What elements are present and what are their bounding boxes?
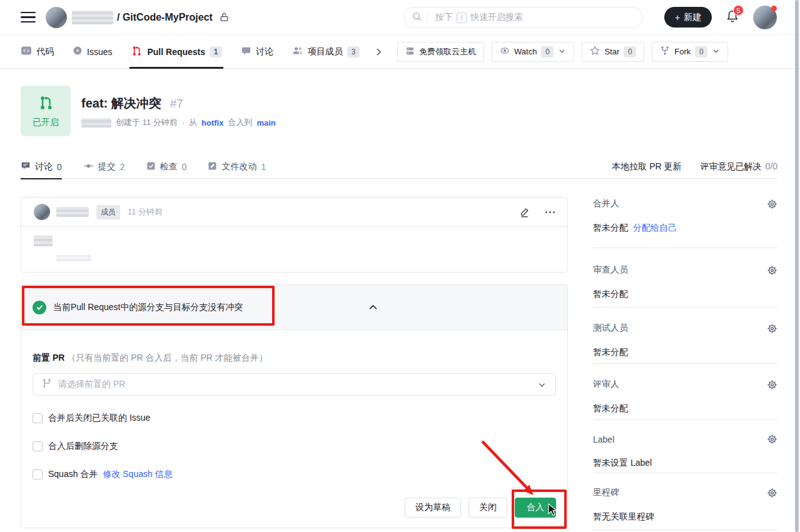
fork-chevron-icon xyxy=(712,47,720,57)
issues-icon xyxy=(73,46,83,58)
star-count: 0 xyxy=(624,46,636,58)
vertical-scrollbar[interactable] xyxy=(795,0,799,532)
comment-body xyxy=(21,227,567,270)
tab-members[interactable]: 项目成员 3 xyxy=(292,35,360,69)
file-edit-icon xyxy=(208,161,217,173)
merger-settings-gear-icon[interactable] xyxy=(767,199,777,209)
tab-pull-requests[interactable]: Pull Requests 1 xyxy=(131,35,222,69)
pr-tab-checks[interactable]: 检查 0 xyxy=(146,155,187,179)
pr-number: #7 xyxy=(170,97,183,111)
gitcode-pr-page: / GitCode-MyProject 按下 / 快速开启搜索 + 新建 xyxy=(0,0,800,532)
prereq-pr-select[interactable]: 请选择前置的 PR xyxy=(33,373,556,396)
top-header: / GitCode-MyProject 按下 / 快速开启搜索 + 新建 xyxy=(0,0,800,35)
search-divider xyxy=(427,12,428,23)
more-actions-button[interactable] xyxy=(545,211,555,213)
breadcrumb[interactable]: / GitCode-MyProject xyxy=(117,12,213,23)
pr-author-blurred xyxy=(81,118,111,128)
tab-discussion[interactable]: 讨论 xyxy=(241,35,273,69)
search-input[interactable]: 按下 / 快速开启搜索 xyxy=(403,7,643,28)
delete-branch-option: 合入后删除源分支 xyxy=(33,441,556,452)
member-role-badge: 成员 xyxy=(96,205,120,219)
hamburger-menu-icon[interactable] xyxy=(21,12,36,23)
pr-tab-bar: 讨论 0 提交 2 检查 0 文件改动 1 本地拉取 PR 更新 xyxy=(21,155,777,179)
owner-name-blurred xyxy=(72,11,113,24)
sidebar-section-milestone: 里程碑 暂无关联里程碑 xyxy=(593,473,777,530)
active-tab-underline xyxy=(129,67,223,69)
bell-icon xyxy=(726,14,739,25)
star-icon xyxy=(590,46,600,58)
assign-to-me-link[interactable]: 分配给自己 xyxy=(633,223,677,234)
set-draft-button[interactable]: 设为草稿 xyxy=(405,498,461,518)
close-issue-option: 合并后关闭已关联的 Issue xyxy=(33,413,556,424)
comment-time: 11 分钟前 xyxy=(128,206,163,218)
members-count-badge: 3 xyxy=(347,46,360,58)
edit-squash-link[interactable]: 修改 Squash 信息 xyxy=(103,469,172,480)
review-resolved: 评审意见已解决0/0 xyxy=(701,161,777,173)
prereq-pr-label: 前置 PR xyxy=(33,353,64,364)
pr-tab-discussion[interactable]: 讨论 0 xyxy=(21,155,62,179)
repo-nav: 代码 Issues Pull Requests 1 讨论 xyxy=(0,35,800,69)
search-placeholder: 按下 / 快速开启搜索 xyxy=(435,12,523,23)
milestone-settings-gear-icon[interactable] xyxy=(767,488,777,498)
fork-button[interactable]: Fork 0 xyxy=(652,42,728,62)
comment-text-blurred-2 xyxy=(56,255,91,261)
merge-button[interactable]: 合入 xyxy=(515,498,556,518)
reviewer-settings-gear-icon[interactable] xyxy=(767,265,777,276)
notifications-button[interactable]: 5 xyxy=(726,9,742,26)
notification-count-badge: 5 xyxy=(733,5,744,16)
watch-count: 0 xyxy=(541,46,554,58)
fork-icon xyxy=(660,46,670,58)
watch-chevron-icon xyxy=(558,47,566,57)
assessor-settings-gear-icon[interactable] xyxy=(767,379,777,390)
owner-avatar[interactable] xyxy=(46,7,67,28)
sidebar-section-reviewer-staff: 审查人员 暂未分配 xyxy=(593,248,777,308)
comment-avatar[interactable] xyxy=(34,204,50,220)
members-icon xyxy=(292,45,303,58)
squash-checkbox[interactable] xyxy=(33,469,43,479)
tab-code[interactable]: 代码 xyxy=(21,35,54,69)
sidebar-section-label: Label 暂未设置 Label xyxy=(593,420,777,473)
sidebar-section-merger: 合并人 暂未分配 分配给自己 xyxy=(593,188,777,248)
fork-count: 0 xyxy=(695,46,707,58)
pr-status-badge: 已开启 xyxy=(21,86,71,136)
target-branch-link[interactable]: main xyxy=(256,118,275,128)
tester-settings-gear-icon[interactable] xyxy=(767,323,777,334)
tab-issues[interactable]: Issues xyxy=(73,35,112,69)
local-pull-link[interactable]: 本地拉取 PR 更新 xyxy=(612,161,681,173)
search-icon xyxy=(412,11,422,24)
success-check-icon xyxy=(33,301,46,314)
close-pr-button[interactable]: 关闭 xyxy=(468,498,507,518)
commit-icon xyxy=(83,161,94,173)
sidebar-section-assessor: 评审人 暂未分配 xyxy=(593,364,777,420)
free-cloud-host-button[interactable]: 免费领取云主机 xyxy=(397,42,484,62)
user-avatar[interactable] xyxy=(753,6,777,29)
avatar-status-dot xyxy=(771,6,777,11)
pull-request-icon xyxy=(131,45,143,59)
merge-panel-body: 前置 PR （只有当前置的 PR 合入后，当前 PR 才能被合并） 请选择前置的… xyxy=(21,330,567,529)
close-issue-checkbox[interactable] xyxy=(33,413,43,423)
pr-tab-underline xyxy=(21,178,62,179)
comment-author-blurred xyxy=(56,207,89,217)
collapse-chevron-icon[interactable] xyxy=(368,302,378,313)
watch-button[interactable]: Watch 0 xyxy=(492,42,574,62)
source-branch-link[interactable]: hotfix xyxy=(201,118,223,128)
select-chevron-icon xyxy=(537,380,547,389)
review-resolved-count: 0/0 xyxy=(766,161,777,171)
prereq-pr-placeholder: 请选择前置的 PR xyxy=(58,379,125,390)
edit-comment-button[interactable] xyxy=(519,206,530,218)
new-button[interactable]: + 新建 xyxy=(664,7,712,28)
label-settings-gear-icon[interactable] xyxy=(767,434,777,444)
prereq-pr-hint: （只有当前置的 PR 合入后，当前 PR 才能被合并） xyxy=(67,353,267,364)
discussion-icon xyxy=(241,46,251,58)
comment-text-blurred xyxy=(34,236,53,246)
star-button[interactable]: Star 0 xyxy=(582,42,644,62)
branch-icon xyxy=(42,378,52,391)
check-square-icon xyxy=(146,161,156,173)
nav-more-chevron[interactable] xyxy=(373,47,383,57)
squash-option: Squash 合并 修改 Squash 信息 xyxy=(33,469,556,480)
pr-title: feat: 解决冲突 xyxy=(81,95,161,112)
pr-tab-files-changed[interactable]: 文件改动 1 xyxy=(208,155,266,179)
no-conflict-message: 当前Pull Request中的源分支与目标分支没有冲突 xyxy=(53,302,243,313)
delete-branch-checkbox[interactable] xyxy=(33,441,43,451)
pr-tab-commits[interactable]: 提交 2 xyxy=(83,155,125,179)
